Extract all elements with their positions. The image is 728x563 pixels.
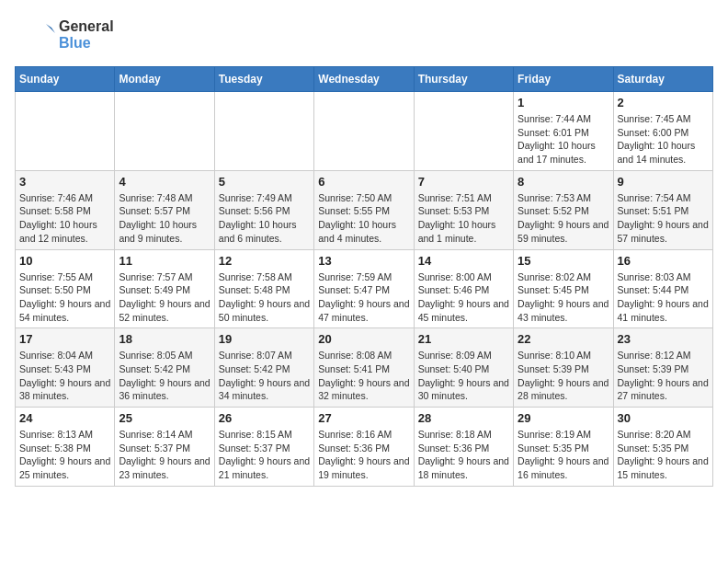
calendar-day-cell: 3Sunrise: 7:46 AM Sunset: 5:58 PM Daylig…: [16, 170, 115, 249]
calendar-week-row: 10Sunrise: 7:55 AM Sunset: 5:50 PM Dayli…: [16, 249, 713, 328]
day-number: 21: [418, 332, 509, 346]
calendar-day-cell: 27Sunrise: 8:16 AM Sunset: 5:36 PM Dayli…: [314, 408, 414, 487]
day-info: Sunrise: 8:15 AM Sunset: 5:37 PM Dayligh…: [219, 428, 310, 482]
days-of-week-row: SundayMondayTuesdayWednesdayThursdayFrid…: [16, 67, 713, 92]
calendar-header: SundayMondayTuesdayWednesdayThursdayFrid…: [16, 67, 713, 92]
calendar-day-cell: 23Sunrise: 8:12 AM Sunset: 5:39 PM Dayli…: [613, 328, 712, 408]
day-info: Sunrise: 8:03 AM Sunset: 5:44 PM Dayligh…: [618, 270, 709, 325]
day-info: Sunrise: 7:53 AM Sunset: 5:52 PM Dayligh…: [518, 191, 609, 246]
day-number: 25: [119, 411, 210, 425]
calendar-day-cell: 29Sunrise: 8:19 AM Sunset: 5:35 PM Dayli…: [514, 408, 613, 487]
day-info: Sunrise: 7:50 AM Sunset: 5:55 PM Dayligh…: [318, 191, 409, 246]
day-number: 7: [418, 175, 509, 189]
calendar-day-cell: 28Sunrise: 8:18 AM Sunset: 5:36 PM Dayli…: [414, 408, 513, 487]
day-number: 26: [219, 411, 310, 425]
logo-blue: Blue: [59, 35, 114, 52]
calendar-week-row: 3Sunrise: 7:46 AM Sunset: 5:58 PM Daylig…: [16, 170, 713, 249]
calendar-day-cell: 21Sunrise: 8:09 AM Sunset: 5:40 PM Dayli…: [414, 328, 513, 408]
calendar-day-cell: 18Sunrise: 8:05 AM Sunset: 5:42 PM Dayli…: [115, 328, 214, 408]
day-info: Sunrise: 8:09 AM Sunset: 5:40 PM Dayligh…: [418, 349, 509, 403]
day-info: Sunrise: 8:07 AM Sunset: 5:42 PM Dayligh…: [219, 349, 310, 403]
day-info: Sunrise: 8:19 AM Sunset: 5:35 PM Dayligh…: [518, 428, 609, 482]
day-number: 19: [219, 332, 310, 346]
day-number: 28: [418, 411, 509, 425]
calendar-day-cell: 19Sunrise: 8:07 AM Sunset: 5:42 PM Dayli…: [214, 328, 313, 408]
calendar-day-cell: 4Sunrise: 7:48 AM Sunset: 5:57 PM Daylig…: [115, 170, 214, 249]
svg-marker-0: [40, 18, 55, 29]
calendar-week-row: 17Sunrise: 8:04 AM Sunset: 5:43 PM Dayli…: [16, 328, 713, 408]
calendar-day-cell: [414, 92, 513, 171]
logo-general: General: [59, 18, 114, 35]
calendar-day-cell: 16Sunrise: 8:03 AM Sunset: 5:44 PM Dayli…: [613, 249, 712, 328]
day-of-week-header: Friday: [514, 67, 613, 92]
calendar-day-cell: 30Sunrise: 8:20 AM Sunset: 5:35 PM Dayli…: [613, 408, 712, 487]
day-number: 14: [418, 254, 509, 268]
calendar-day-cell: 15Sunrise: 8:02 AM Sunset: 5:45 PM Dayli…: [514, 249, 613, 328]
day-number: 12: [219, 254, 310, 268]
day-of-week-header: Tuesday: [214, 67, 313, 92]
day-number: 10: [19, 254, 110, 268]
day-number: 30: [618, 411, 709, 425]
day-info: Sunrise: 7:54 AM Sunset: 5:51 PM Dayligh…: [618, 191, 709, 246]
calendar-day-cell: 8Sunrise: 7:53 AM Sunset: 5:52 PM Daylig…: [514, 170, 613, 249]
header: GeneralBlue: [15, 15, 713, 55]
day-info: Sunrise: 7:44 AM Sunset: 6:01 PM Dayligh…: [518, 112, 609, 167]
day-info: Sunrise: 8:10 AM Sunset: 5:39 PM Dayligh…: [518, 349, 609, 403]
day-number: 24: [19, 411, 110, 425]
day-number: 2: [618, 96, 709, 109]
calendar-week-row: 24Sunrise: 8:13 AM Sunset: 5:38 PM Dayli…: [16, 408, 713, 487]
day-info: Sunrise: 8:16 AM Sunset: 5:36 PM Dayligh…: [318, 428, 409, 482]
day-number: 13: [318, 254, 409, 268]
day-number: 16: [618, 254, 709, 268]
day-info: Sunrise: 7:48 AM Sunset: 5:57 PM Dayligh…: [119, 191, 210, 246]
logo-icon: [15, 15, 55, 55]
day-of-week-header: Saturday: [613, 67, 712, 92]
day-number: 20: [318, 332, 409, 346]
day-info: Sunrise: 8:13 AM Sunset: 5:38 PM Dayligh…: [19, 428, 110, 482]
day-number: 18: [119, 332, 210, 346]
calendar-day-cell: 5Sunrise: 7:49 AM Sunset: 5:56 PM Daylig…: [214, 170, 313, 249]
day-of-week-header: Sunday: [16, 67, 115, 92]
day-number: 27: [318, 411, 409, 425]
calendar-day-cell: 6Sunrise: 7:50 AM Sunset: 5:55 PM Daylig…: [314, 170, 414, 249]
day-info: Sunrise: 8:12 AM Sunset: 5:39 PM Dayligh…: [618, 349, 709, 403]
day-number: 1: [518, 96, 609, 109]
day-number: 4: [119, 175, 210, 189]
calendar-day-cell: 1Sunrise: 7:44 AM Sunset: 6:01 PM Daylig…: [514, 92, 613, 171]
day-of-week-header: Wednesday: [314, 67, 414, 92]
day-number: 29: [518, 411, 609, 425]
calendar-day-cell: 25Sunrise: 8:14 AM Sunset: 5:37 PM Dayli…: [115, 408, 214, 487]
day-number: 15: [518, 254, 609, 268]
day-info: Sunrise: 7:55 AM Sunset: 5:50 PM Dayligh…: [19, 270, 110, 325]
day-number: 11: [119, 254, 210, 268]
calendar-day-cell: 7Sunrise: 7:51 AM Sunset: 5:53 PM Daylig…: [414, 170, 513, 249]
day-number: 23: [618, 332, 709, 346]
day-number: 6: [318, 175, 409, 189]
day-info: Sunrise: 8:04 AM Sunset: 5:43 PM Dayligh…: [19, 349, 110, 403]
day-info: Sunrise: 8:00 AM Sunset: 5:46 PM Dayligh…: [418, 270, 509, 325]
day-info: Sunrise: 7:46 AM Sunset: 5:58 PM Dayligh…: [19, 191, 110, 246]
logo: GeneralBlue: [15, 15, 114, 55]
calendar-day-cell: 14Sunrise: 8:00 AM Sunset: 5:46 PM Dayli…: [414, 249, 513, 328]
day-info: Sunrise: 7:45 AM Sunset: 6:00 PM Dayligh…: [618, 112, 709, 167]
day-info: Sunrise: 7:57 AM Sunset: 5:49 PM Dayligh…: [119, 270, 210, 325]
calendar-day-cell: 22Sunrise: 8:10 AM Sunset: 5:39 PM Dayli…: [514, 328, 613, 408]
day-info: Sunrise: 8:02 AM Sunset: 5:45 PM Dayligh…: [518, 270, 609, 325]
day-info: Sunrise: 7:49 AM Sunset: 5:56 PM Dayligh…: [219, 191, 310, 246]
day-info: Sunrise: 7:58 AM Sunset: 5:48 PM Dayligh…: [219, 270, 310, 325]
day-info: Sunrise: 8:05 AM Sunset: 5:42 PM Dayligh…: [119, 349, 210, 403]
day-info: Sunrise: 8:18 AM Sunset: 5:36 PM Dayligh…: [418, 428, 509, 482]
day-info: Sunrise: 8:20 AM Sunset: 5:35 PM Dayligh…: [618, 428, 709, 482]
calendar: SundayMondayTuesdayWednesdayThursdayFrid…: [15, 66, 713, 487]
calendar-day-cell: 10Sunrise: 7:55 AM Sunset: 5:50 PM Dayli…: [16, 249, 115, 328]
day-number: 17: [19, 332, 110, 346]
day-number: 3: [19, 175, 110, 189]
day-number: 22: [518, 332, 609, 346]
calendar-day-cell: [314, 92, 414, 171]
calendar-day-cell: 20Sunrise: 8:08 AM Sunset: 5:41 PM Dayli…: [314, 328, 414, 408]
calendar-day-cell: 13Sunrise: 7:59 AM Sunset: 5:47 PM Dayli…: [314, 249, 414, 328]
day-of-week-header: Monday: [115, 67, 214, 92]
calendar-body: 1Sunrise: 7:44 AM Sunset: 6:01 PM Daylig…: [16, 92, 713, 487]
day-info: Sunrise: 8:14 AM Sunset: 5:37 PM Dayligh…: [119, 428, 210, 482]
day-number: 5: [219, 175, 310, 189]
